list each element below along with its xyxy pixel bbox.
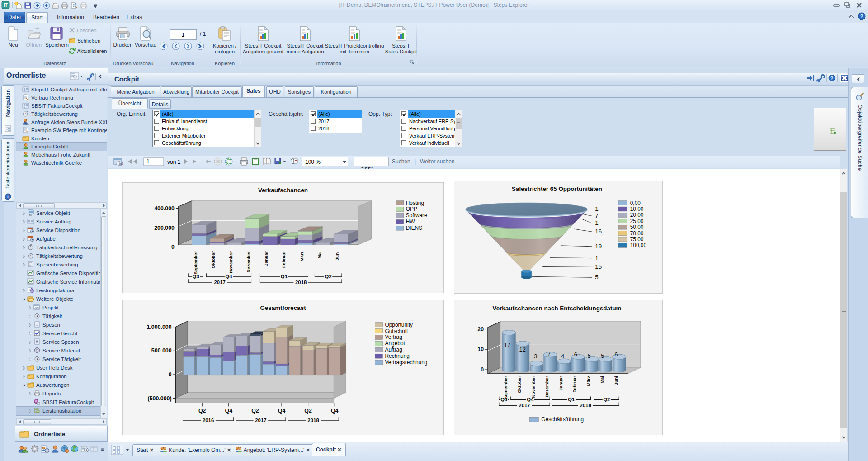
svg-text:3: 3 [534,353,537,360]
svg-text:100,00: 100,00 [630,242,647,248]
svg-text:i: i [7,194,9,199]
svg-text:2017: 2017 [519,403,530,408]
svg-text:Opportunity: Opportunity [385,322,413,328]
svg-text:November: November [531,376,536,398]
svg-text:1.000.000: 1.000.000 [146,324,171,330]
svg-text:0: 0 [169,371,172,378]
svg-text:400.000: 400.000 [154,205,175,212]
svg-text:Verkaufschancen: Verkaufschancen [258,187,308,194]
svg-text:7: 7 [547,350,551,357]
svg-text:@: @ [119,162,123,166]
svg-text:Mai: Mai [317,251,322,259]
svg-text:5: 5 [588,352,591,359]
svg-text:0: 0 [481,366,484,373]
svg-text:Q2: Q2 [304,408,312,414]
svg-text:Q3: Q3 [500,397,507,402]
svg-text:2017: 2017 [214,280,225,285]
svg-text:Februar: Februar [281,251,286,268]
svg-text:15: 15 [595,263,602,270]
svg-text:Gesamtforecast: Gesamtforecast [260,304,306,311]
svg-text:2018: 2018 [295,280,307,285]
svg-text:Gutschrift: Gutschrift [385,328,408,334]
svg-text:März: März [299,251,304,261]
svg-text:7: 7 [595,212,598,219]
svg-text:?: ? [860,14,863,19]
svg-text:Januar: Januar [264,251,269,266]
svg-text:1: 1 [595,205,598,212]
svg-text:Juni: Juni [335,251,340,261]
svg-text:20: 20 [477,326,484,333]
svg-text:Angebot: Angebot [385,340,405,347]
svg-text:6: 6 [614,351,618,358]
svg-text:September: September [193,251,198,274]
svg-text:Salestrichter 65 Opportunitäte: Salestrichter 65 Opportunitäten [512,185,602,192]
svg-text:5: 5 [595,274,598,280]
svg-text:Oktober: Oktober [517,376,522,393]
svg-text:Mai: Mai [599,376,604,384]
svg-text:1: 1 [595,219,598,226]
svg-text:0,00: 0,00 [630,200,641,206]
svg-text:200.000: 200.000 [154,225,175,231]
svg-text:von 1: von 1 [167,159,181,165]
svg-text:HW: HW [406,219,415,225]
svg-text:2018: 2018 [580,403,591,408]
svg-text:70,00: 70,00 [630,230,644,237]
svg-text:Vertragsrechnung: Vertragsrechnung [385,359,427,366]
svg-text:16: 16 [595,228,602,235]
svg-text:Q2: Q2 [325,274,332,279]
svg-text:(500.000): (500.000) [148,395,172,402]
svg-text:10,00: 10,00 [630,206,644,212]
svg-text:Q1: Q1 [281,274,288,279]
svg-text:Dezember: Dezember [246,251,251,272]
svg-text:Q4: Q4 [225,274,232,279]
svg-text:10: 10 [477,346,484,352]
svg-text:November: November [228,251,233,273]
svg-text:2016: 2016 [203,418,214,423]
svg-text:Q4: Q4 [331,408,339,414]
svg-text:September: September [503,376,508,399]
svg-text:75,00: 75,00 [630,236,644,242]
svg-text:Oktober: Oktober [211,251,216,268]
svg-text:Q2: Q2 [603,397,610,402]
svg-text:Juni: Juni [613,376,618,385]
svg-text:Geschäftsführung: Geschäftsführung [541,416,584,423]
svg-text:500.000: 500.000 [151,347,172,354]
svg-text:5: 5 [601,352,604,359]
svg-text:Rechnung: Rechnung [385,353,409,359]
svg-text:0: 0 [171,244,175,250]
svg-text:12: 12 [519,346,526,353]
svg-text:Dezember: Dezember [544,376,549,398]
svg-text:2018: 2018 [307,418,319,423]
svg-text:Hosting: Hosting [406,200,424,206]
svg-text:19: 19 [595,243,602,250]
svg-text:Q2: Q2 [198,408,206,414]
svg-text:Verkaufschancen nach Entsche: Verkaufschancen nach Entscheidungsdatum [493,305,622,312]
svg-text:6: 6 [574,351,577,358]
svg-text:Januar: Januar [558,376,563,391]
svg-text:25,00: 25,00 [630,218,644,224]
svg-text:50,00: 50,00 [630,224,644,230]
svg-text:Auftrag: Auftrag [385,347,402,353]
svg-text:2017: 2017 [255,418,266,423]
svg-text:DIENS: DIENS [406,225,422,231]
svg-text:4: 4 [561,353,564,360]
svg-text:Q3: Q3 [192,274,199,279]
svg-text:März: März [586,376,591,386]
svg-text:Q4: Q4 [225,408,233,414]
svg-text:Q4: Q4 [278,408,286,414]
svg-text:OPP: OPP [406,206,417,212]
svg-text:Q2: Q2 [251,408,259,414]
svg-text:?: ? [830,76,834,81]
svg-text:Q1: Q1 [568,397,575,402]
svg-text:Software: Software [406,212,427,219]
svg-text:IT: IT [4,3,8,8]
svg-text:20,00: 20,00 [630,212,644,218]
svg-text:Q4: Q4 [527,397,534,402]
svg-text:1: 1 [146,158,150,165]
svg-text:17: 17 [504,342,510,348]
svg-text:1: 1 [595,255,598,261]
svg-text:Vertrag: Vertrag [385,334,402,340]
svg-text:Februar: Februar [572,376,577,393]
